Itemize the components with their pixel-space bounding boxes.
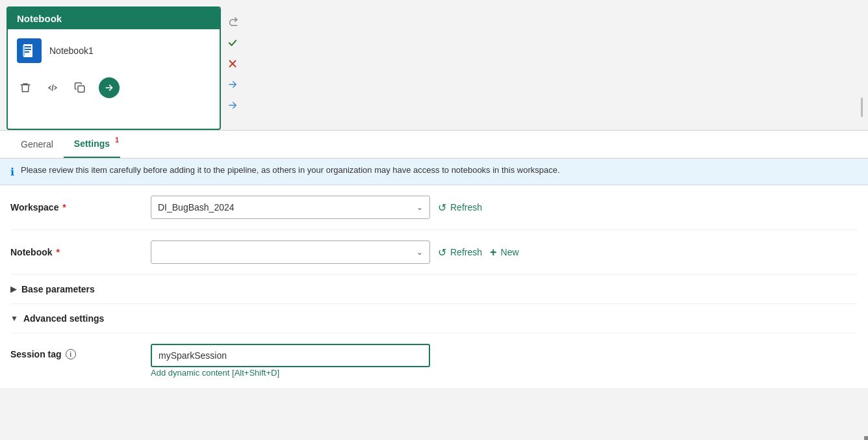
advanced-settings-chevron: ▼ [10,314,18,323]
workspace-row: Workspace * DI_BugBash_2024 ⌄ ↺ Refresh [10,185,858,230]
workspace-refresh-icon: ↺ [438,201,446,214]
notebook-item: Notebook1 [17,38,211,63]
notebook-card-title: Notebook [8,8,220,29]
copy-button[interactable] [71,79,88,96]
info-icon: ℹ [10,166,14,178]
tabs-section: General Settings 1 [0,131,868,159]
notebook-actions [17,75,211,98]
workspace-controls: DI_BugBash_2024 ⌄ ↺ Refresh [151,196,858,219]
session-tag-row: Session tag i Add dynamic content [Alt+S… [10,333,858,388]
scrollbar[interactable] [861,97,863,117]
session-tag-info-icon[interactable]: i [66,349,76,359]
svg-rect-1 [25,46,31,47]
notebook-required: * [54,247,60,257]
notebook-card-body: Notebook1 [8,29,220,105]
session-tag-input[interactable] [151,344,430,367]
notebook-new-button[interactable]: + New [490,246,519,259]
notebook-new-icon: + [490,246,497,259]
base-parameters-chevron: ▶ [10,285,16,294]
resize-handle[interactable] [864,436,868,440]
session-tag-group: Add dynamic content [Alt+Shift+D] [151,344,858,378]
top-section: Notebook Notebook1 [0,0,868,130]
close-icon[interactable] [223,55,242,73]
workspace-dropdown-arrow: ⌄ [416,203,423,212]
notebook-item-name: Notebook1 [49,45,94,56]
notebook-dropdown-arrow: ⌄ [416,248,423,257]
workspace-dropdown[interactable]: DI_BugBash_2024 ⌄ [151,196,430,219]
form-section: Workspace * DI_BugBash_2024 ⌄ ↺ Refresh [0,185,868,388]
svg-rect-4 [23,45,25,56]
notebook-label: Notebook * [10,247,140,257]
dynamic-content-link[interactable]: Add dynamic content [Alt+Shift+D] [151,368,279,378]
notebook-file-icon [17,38,42,63]
workspace-refresh-button[interactable]: ↺ Refresh [438,201,482,214]
tab-general[interactable]: General [10,131,64,157]
code-button[interactable] [44,79,61,96]
base-parameters-label: Base parameters [21,284,95,294]
notebook-refresh-button[interactable]: ↺ Refresh [438,246,482,259]
redo-icon[interactable] [223,13,242,31]
advanced-settings-header[interactable]: ▼ Advanced settings [10,304,858,333]
delete-button[interactable] [17,79,34,96]
workspace-value: DI_BugBash_2024 [158,202,235,213]
base-parameters-header[interactable]: ▶ Base parameters [10,275,858,304]
main-container: Notebook Notebook1 [0,0,868,440]
workspace-required: * [60,202,66,213]
svg-rect-3 [25,51,29,53]
info-banner: ℹ Please review this item carefully befo… [0,159,868,185]
workspace-label: Workspace * [10,202,140,213]
notebook-dropdown[interactable]: ⌄ [151,240,430,264]
svg-rect-5 [78,86,84,92]
notebook-controls: ⌄ ↺ Refresh + New [151,240,858,264]
check-icon[interactable] [223,34,242,52]
notebook-refresh-icon: ↺ [438,246,446,259]
arrow-right-2-icon[interactable] [223,96,242,114]
notebook-card: Notebook Notebook1 [6,6,221,130]
info-message: Please review this item carefully before… [21,165,560,175]
session-tag-label: Session tag i [10,344,140,359]
advanced-settings-label: Advanced settings [23,313,104,324]
notebook-row: Notebook * ⌄ ↺ Refresh + New [10,230,858,275]
arrow-right-icon[interactable] [223,75,242,94]
tab-settings[interactable]: Settings 1 [64,131,120,158]
settings-panel: ℹ Please review this item carefully befo… [0,159,868,388]
go-button[interactable] [99,77,120,98]
settings-tab-badge: 1 [115,136,119,144]
svg-rect-2 [25,49,31,50]
side-buttons [223,6,242,114]
